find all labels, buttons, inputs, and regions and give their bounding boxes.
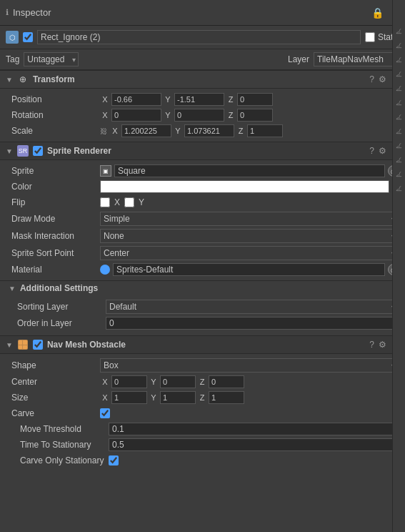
sidebar-tab-4[interactable]: ア — [393, 72, 405, 84]
order-in-layer-label: Order in Layer — [17, 318, 103, 328]
transform-section-header[interactable]: ▼ ⊕ Transform ? ⚙ ⋮ — [0, 70, 405, 89]
sprite-renderer-enabled[interactable] — [33, 146, 43, 156]
rotation-x-input[interactable] — [111, 109, 161, 122]
scale-y-label: Y — [173, 127, 183, 135]
scale-link-icon: ⛓ — [100, 127, 107, 135]
carve-only-row: Carve Only Stationary — [0, 453, 405, 468]
nav-mesh-help-icon[interactable]: ? — [369, 340, 374, 350]
scale-y-input[interactable] — [184, 124, 234, 137]
sprite-sort-select[interactable]: Center Pivot — [100, 246, 399, 260]
center-z-input[interactable] — [209, 375, 244, 388]
material-field: ◎ — [100, 263, 399, 276]
rotation-row: Rotation X Y Z — [0, 107, 405, 123]
additional-settings-header[interactable]: ▼ Additional Settings — [0, 280, 405, 295]
tag-layer-row: Tag Untagged Layer TileMapNavMesh — [0, 49, 405, 70]
mask-interaction-select[interactable]: None Visible Inside Mask Visible Outside… — [100, 229, 399, 243]
object-name-input[interactable] — [37, 30, 361, 44]
nav-mesh-collapse-icon: ▼ — [6, 341, 13, 349]
position-x-input[interactable] — [111, 93, 161, 106]
carve-checkbox[interactable] — [100, 408, 110, 418]
draw-mode-row: Draw Mode Simple Sliced Tiled — [0, 210, 405, 227]
rotation-z-input[interactable] — [237, 109, 273, 122]
position-y-label: Y — [163, 95, 173, 104]
position-x-label: X — [100, 95, 110, 104]
nav-mesh-title: Nav Mesh Obstacle — [47, 340, 365, 350]
center-x-input[interactable] — [111, 375, 147, 388]
time-to-stationary-input[interactable] — [109, 438, 399, 451]
order-in-layer-input[interactable] — [106, 317, 399, 330]
scale-z-input[interactable] — [247, 124, 283, 137]
sidebar-tab-10[interactable]: ア — [393, 157, 405, 170]
material-icon — [100, 265, 110, 275]
transform-settings-icon[interactable]: ⚙ — [379, 74, 386, 84]
sprite-sort-row: Sprite Sort Point Center Pivot — [0, 245, 405, 262]
sprite-renderer-icon: SR — [17, 145, 29, 157]
size-x-label: X — [100, 393, 110, 402]
flip-row: Flip X Y — [0, 194, 405, 210]
draw-mode-dropdown-wrapper: Simple Sliced Tiled — [100, 212, 399, 226]
sidebar-tab-1[interactable]: ア — [393, 29, 405, 41]
sidebar-tab-2[interactable]: ア — [393, 43, 405, 56]
center-y-input[interactable] — [160, 375, 196, 388]
layer-label: Layer — [288, 54, 309, 64]
mask-dropdown-wrapper: None Visible Inside Mask Visible Outside… — [100, 229, 399, 243]
move-threshold-label: Move Threshold — [20, 424, 106, 434]
sprite-renderer-help-icon[interactable]: ? — [369, 146, 374, 156]
shape-label: Shape — [11, 360, 97, 370]
color-field[interactable] — [100, 180, 389, 193]
sprite-renderer-settings-icon[interactable]: ⚙ — [379, 146, 386, 156]
flip-x-checkbox[interactable] — [100, 197, 110, 207]
flip-label: Flip — [11, 197, 97, 207]
rotation-y-input[interactable] — [174, 109, 224, 122]
move-threshold-input[interactable] — [109, 423, 399, 435]
sorting-layer-select[interactable]: Default Background Foreground — [106, 300, 399, 314]
sidebar-tab-11[interactable]: ア — [393, 172, 405, 184]
sprite-input[interactable] — [114, 164, 385, 177]
sidebar-tab-5[interactable]: ア — [393, 86, 405, 99]
sidebar-tab-8[interactable]: ア — [393, 129, 405, 142]
transform-collapse-icon: ▼ — [6, 76, 13, 84]
nav-mesh-enabled[interactable] — [33, 340, 43, 350]
object-enabled-checkbox[interactable] — [23, 32, 33, 42]
time-to-stationary-label: Time To Stationary — [20, 440, 106, 450]
sidebar-tab-6[interactable]: ア — [393, 100, 405, 113]
sidebar-tab-12[interactable]: ア — [393, 186, 405, 199]
transform-help-icon[interactable]: ? — [369, 74, 374, 84]
scale-xyz: ⛓ X Y Z — [100, 124, 399, 137]
flip-y-checkbox[interactable] — [124, 197, 134, 207]
mask-interaction-label: Mask Interaction — [11, 231, 97, 241]
scale-x-input[interactable] — [121, 124, 171, 137]
draw-mode-select[interactable]: Simple Sliced Tiled — [100, 212, 399, 226]
size-y-label: Y — [149, 393, 159, 402]
sidebar-tab-9[interactable]: ア — [393, 143, 405, 156]
size-z-input[interactable] — [209, 391, 244, 404]
rotation-label: Rotation — [11, 110, 97, 120]
lock-button[interactable]: 🔒 — [371, 8, 384, 18]
sprite-renderer-collapse-icon: ▼ — [6, 147, 13, 155]
center-label: Center — [11, 377, 97, 387]
sprite-renderer-section-header[interactable]: ▼ SR Sprite Renderer ? ⚙ ⋮ — [0, 142, 405, 160]
sidebar-tab-7[interactable]: ア — [393, 114, 405, 127]
size-x-input[interactable] — [111, 391, 147, 404]
position-z-input[interactable] — [237, 93, 273, 106]
material-input[interactable] — [113, 263, 385, 276]
position-z-label: Z — [226, 95, 236, 104]
position-xyz: X Y Z — [100, 93, 399, 106]
nav-mesh-section-header[interactable]: ▼ Nav Mesh Obstacle ? ⚙ ⋮ — [0, 335, 405, 354]
size-y-input[interactable] — [160, 391, 196, 404]
sprite-renderer-title: Sprite Renderer — [47, 146, 365, 156]
layer-select[interactable]: TileMapNavMesh — [314, 52, 399, 66]
tag-select[interactable]: Untagged — [24, 52, 79, 66]
sort-dropdown-wrapper: Center Pivot — [100, 246, 399, 260]
center-xyz: X Y Z — [100, 375, 399, 388]
carve-only-checkbox[interactable] — [109, 455, 119, 466]
shape-select[interactable]: Box Capsule — [100, 358, 399, 373]
flip-y-label: Y — [139, 197, 144, 207]
color-row: Color ✎ — [0, 179, 405, 194]
nav-mesh-icon — [17, 339, 29, 350]
static-checkbox[interactable] — [365, 32, 375, 42]
position-y-input[interactable] — [174, 93, 224, 106]
sidebar-tab-3[interactable]: ア — [393, 57, 405, 70]
rotation-x-label: X — [100, 111, 110, 119]
nav-mesh-settings-icon[interactable]: ⚙ — [379, 340, 386, 350]
